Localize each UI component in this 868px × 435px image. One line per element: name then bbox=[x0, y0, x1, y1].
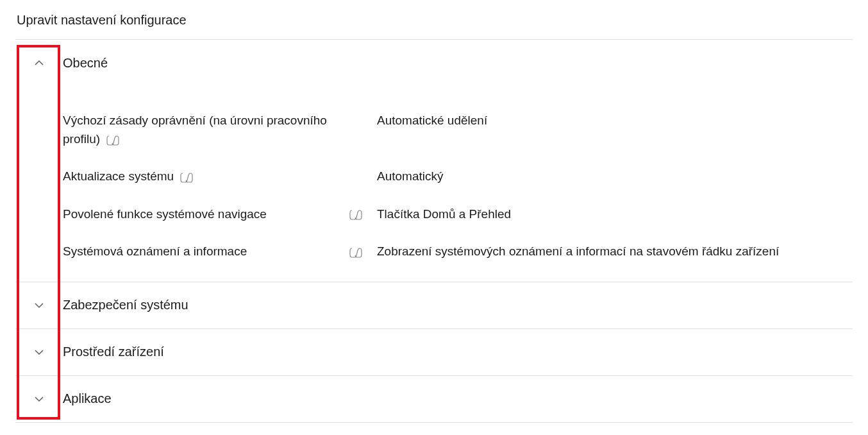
copilot-icon[interactable] bbox=[178, 171, 195, 185]
chevron-down-icon bbox=[15, 394, 63, 404]
chevron-down-icon bbox=[15, 347, 63, 357]
section-general: Obecné Výchozí zásady oprávnění (na úrov… bbox=[15, 40, 853, 282]
section-header-system-security[interactable]: Zabezpečení systému bbox=[15, 282, 853, 328]
section-body-general: Výchozí zásady oprávnění (na úrovni prac… bbox=[15, 86, 853, 282]
setting-label: Výchozí zásady oprávnění (na úrovni prac… bbox=[63, 112, 364, 148]
chevron-down-icon bbox=[15, 300, 63, 311]
setting-value: Zobrazení systémových oznámení a informa… bbox=[377, 243, 853, 261]
section-applications: Aplikace bbox=[15, 376, 853, 423]
setting-row: Systémová oznámení a informace Zobrazení… bbox=[63, 243, 853, 261]
setting-label: Aktualizace systému bbox=[63, 167, 195, 186]
setting-value: Tlačítka Domů a Přehled bbox=[377, 205, 853, 224]
section-header-device-environment[interactable]: Prostředí zařízení bbox=[15, 329, 853, 375]
page-title: Upravit nastavení konfigurace bbox=[17, 13, 853, 28]
section-system-security: Zabezpečení systému bbox=[15, 282, 853, 329]
copilot-icon[interactable] bbox=[104, 133, 121, 148]
section-title: Obecné bbox=[63, 56, 108, 71]
section-title: Prostředí zařízení bbox=[63, 345, 164, 359]
setting-value: Automatický bbox=[377, 167, 853, 186]
section-title: Zabezpečení systému bbox=[63, 298, 188, 312]
setting-label: Povolené funkce systémové navigace bbox=[63, 205, 267, 224]
copilot-icon[interactable] bbox=[347, 208, 364, 222]
section-header-applications[interactable]: Aplikace bbox=[15, 376, 853, 422]
setting-value: Automatické udělení bbox=[377, 112, 853, 130]
copilot-icon[interactable] bbox=[347, 246, 364, 260]
section-title: Aplikace bbox=[63, 391, 112, 406]
settings-accordion: Obecné Výchozí zásady oprávnění (na úrov… bbox=[15, 39, 853, 423]
setting-label: Systémová oznámení a informace bbox=[63, 243, 247, 261]
setting-row: Povolené funkce systémové navigace Tlačí… bbox=[63, 205, 853, 224]
section-device-environment: Prostředí zařízení bbox=[15, 329, 853, 376]
setting-row: Výchozí zásady oprávnění (na úrovni prac… bbox=[63, 112, 853, 148]
setting-row: Aktualizace systému Automatický bbox=[63, 167, 853, 186]
section-header-general[interactable]: Obecné bbox=[15, 40, 853, 86]
chevron-up-icon bbox=[15, 58, 63, 68]
